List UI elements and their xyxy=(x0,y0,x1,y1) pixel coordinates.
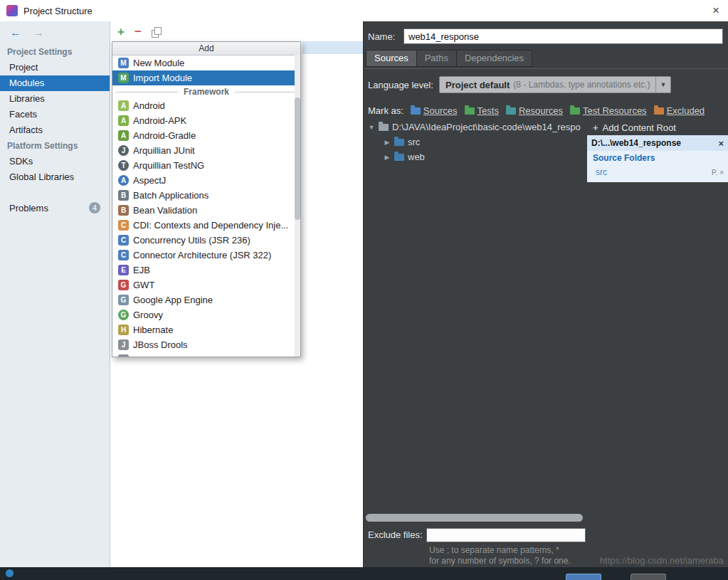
problems-badge: 4 xyxy=(89,202,100,213)
tree-item-label: src xyxy=(408,137,420,147)
google-app-engine-icon: G xyxy=(118,295,129,305)
problems-label: Problems xyxy=(9,203,48,213)
chevron-right-icon[interactable]: ▶ xyxy=(384,154,391,161)
module-editor-panel: Name: Sources Paths Dependencies Languag… xyxy=(363,21,728,567)
popup-item-connector-architecture[interactable]: C Connector Architecture (JSR 322) xyxy=(112,248,300,263)
popup-item-cdi[interactable]: C CDI: Contexts and Dependency Inje... xyxy=(112,218,300,233)
popup-item-groovy[interactable]: G Groovy xyxy=(112,307,300,322)
test-resources-folder-icon xyxy=(570,107,580,115)
popup-item-aspectj[interactable]: A AspectJ xyxy=(112,173,300,188)
remove-folder-icon[interactable]: × xyxy=(719,169,724,176)
exclude-files-label: Exclude files: xyxy=(368,529,423,540)
language-level-select[interactable]: Project default (8 - Lambdas, type annot… xyxy=(439,76,671,93)
tree-row-src[interactable]: ▶ src xyxy=(364,135,586,149)
name-input[interactable] xyxy=(403,28,723,44)
content-root-entry[interactable]: D:\...\web14_response × xyxy=(587,135,728,151)
content-root-path: D:\...\web14_response xyxy=(591,138,715,148)
package-prefix-icon[interactable]: P. xyxy=(712,169,717,176)
tab-sources[interactable]: Sources xyxy=(366,50,417,67)
popup-item-label: Bean Validation xyxy=(133,205,197,216)
popup-item-label: Google App Engine xyxy=(133,295,213,305)
popup-item-android-apk[interactable]: A Android-APK xyxy=(112,113,300,128)
tree-item-label: web xyxy=(408,152,425,162)
sidebar-item-facets[interactable]: Facets xyxy=(0,107,110,122)
sidebar-item-problems[interactable]: Problems 4 xyxy=(0,200,110,216)
watermark: https://blog.csdn.net/iameraba xyxy=(600,555,724,566)
source-folder-item[interactable]: src P. × xyxy=(587,165,728,179)
popup-item-import-module[interactable]: M Import Module xyxy=(112,70,300,85)
popup-item-gwt[interactable]: G GWT xyxy=(112,278,300,292)
popup-item-batch-applications[interactable]: B Batch Applications xyxy=(112,188,300,203)
status-circle-icon[interactable] xyxy=(6,569,14,577)
popup-item-android-gradle[interactable]: A Android-Gradle xyxy=(112,128,300,143)
sidebar-item-project[interactable]: Project xyxy=(0,60,110,75)
copy-icon[interactable] xyxy=(152,27,162,38)
history-nav: ← → xyxy=(0,21,110,44)
remove-content-root-icon[interactable]: × xyxy=(715,138,724,149)
bean-validation-icon: B xyxy=(118,205,129,216)
source-folder-label: src xyxy=(596,167,607,177)
mark-as-bar: Mark as: Sources Tests Resources Test Re… xyxy=(368,105,705,116)
tab-dependencies[interactable]: Dependencies xyxy=(457,50,532,67)
popup-item-jboss-drools[interactable]: J JBoss Drools xyxy=(112,337,300,352)
section-header-platform-settings: Platform Settings xyxy=(0,138,110,154)
tree-row-web[interactable]: ▶ web xyxy=(364,149,586,164)
sidebar-item-libraries[interactable]: Libraries xyxy=(0,91,110,107)
chevron-right-icon[interactable]: ▶ xyxy=(384,139,391,146)
sidebar-item-global-libraries[interactable]: Global Libraries xyxy=(0,169,110,185)
cdi-icon: C xyxy=(118,220,129,231)
popup-item-arquillian-testng[interactable]: T Arquillian TestNG xyxy=(112,158,300,173)
sources-folder-icon xyxy=(411,107,421,115)
popup-item-label: Connector Architecture (JSR 322) xyxy=(133,250,271,260)
mark-as-tests[interactable]: Tests xyxy=(465,105,499,116)
popup-item-google-app-engine[interactable]: G Google App Engine xyxy=(112,292,300,307)
mark-as-resources[interactable]: Resources xyxy=(506,105,563,116)
mark-as-excluded[interactable]: Excluded xyxy=(654,105,705,116)
gwt-icon: G xyxy=(118,280,129,290)
sidebar-item-artifacts[interactable]: Artifacts xyxy=(0,122,110,138)
remove-icon[interactable]: − xyxy=(134,24,142,40)
popup-title: Add xyxy=(112,42,300,56)
popup-scrollbar-thumb[interactable] xyxy=(295,97,300,220)
excluded-folder-icon xyxy=(654,107,664,115)
mark-as-sources[interactable]: Sources xyxy=(411,105,458,116)
cancel-button-partial[interactable] xyxy=(631,574,666,580)
section-header-project-settings: Project Settings xyxy=(0,44,110,60)
tab-paths[interactable]: Paths xyxy=(417,50,457,67)
ok-button-partial[interactable] xyxy=(566,574,601,580)
source-folder-actions: P. × xyxy=(712,169,724,176)
horizontal-scrollbar[interactable] xyxy=(366,514,583,522)
add-icon[interactable]: + xyxy=(117,24,125,40)
folder-icon xyxy=(379,124,389,131)
close-icon[interactable]: × xyxy=(704,0,728,21)
sidebar-item-modules[interactable]: Modules xyxy=(0,75,110,91)
exclude-files-input[interactable] xyxy=(426,528,586,542)
name-label: Name: xyxy=(368,31,395,42)
popup-scrollbar[interactable] xyxy=(295,55,300,357)
popup-item-ejb[interactable]: E EJB xyxy=(112,263,300,278)
project-structure-dialog: Project Structure × ← → Project Settings… xyxy=(0,0,728,580)
popup-item-jms[interactable]: J JMS: Java Message Service xyxy=(112,352,300,357)
tree-root-row[interactable]: ▼ D:\JAVA\IdeaProject\basic-code\web14_r… xyxy=(364,120,586,135)
popup-item-new-module[interactable]: M New Module xyxy=(112,56,300,70)
popup-item-android[interactable]: A Android xyxy=(112,98,300,113)
popup-item-arquillian-junit[interactable]: J Arquillian JUnit xyxy=(112,143,300,158)
chevron-down-icon[interactable]: ▼ xyxy=(368,124,375,131)
arquillian-testng-icon: T xyxy=(118,160,129,171)
plus-icon: + xyxy=(593,122,598,133)
popup-item-hibernate[interactable]: H Hibernate xyxy=(112,322,300,337)
add-content-root-button[interactable]: + Add Content Root xyxy=(587,120,728,135)
android-apk-icon: A xyxy=(118,115,129,126)
language-level-hint: (8 - Lambdas, type annotations etc.) xyxy=(513,80,655,90)
mark-as-test-resources[interactable]: Test Resources xyxy=(570,105,647,116)
content-roots-pane: + Add Content Root D:\...\web14_response… xyxy=(587,120,728,182)
modules-toolbar: + − xyxy=(117,24,162,40)
sidebar-item-sdks[interactable]: SDKs xyxy=(0,154,110,169)
back-arrow-icon[interactable]: ← xyxy=(10,26,21,39)
add-content-root-label: Add Content Root xyxy=(603,122,676,133)
forward-arrow-icon[interactable]: → xyxy=(33,26,44,39)
popup-item-label: JBoss Drools xyxy=(133,339,188,350)
popup-item-concurrency-utils[interactable]: C Concurrency Utils (JSR 236) xyxy=(112,233,300,248)
popup-item-bean-validation[interactable]: B Bean Validation xyxy=(112,203,300,218)
tree-root-label: D:\JAVA\IdeaProject\basic-code\web14_res… xyxy=(392,122,581,132)
